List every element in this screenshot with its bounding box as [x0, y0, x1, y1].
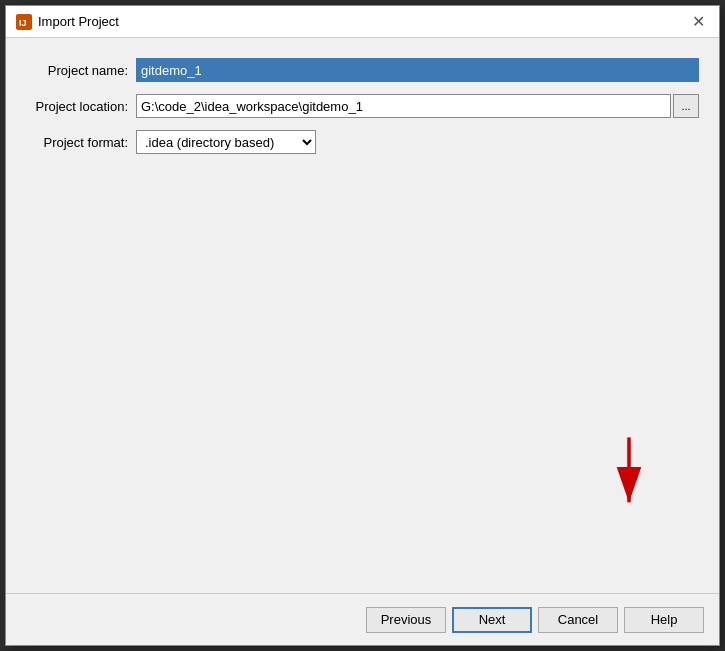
cancel-button[interactable]: Cancel	[538, 607, 618, 633]
import-project-dialog: IJ Import Project ✕ Project name: Projec…	[5, 5, 720, 646]
format-select-wrapper: .idea (directory based) Eclipse (eclipse…	[136, 130, 316, 154]
dialog-content: Project name: Project location: ... Proj…	[6, 38, 719, 593]
next-arrow-icon	[599, 433, 659, 513]
project-name-label: Project name:	[26, 63, 136, 78]
project-format-select[interactable]: .idea (directory based) Eclipse (eclipse…	[136, 130, 316, 154]
svg-text:IJ: IJ	[19, 18, 27, 28]
help-button[interactable]: Help	[624, 607, 704, 633]
project-name-row: Project name:	[26, 58, 699, 82]
next-button[interactable]: Next	[452, 607, 532, 633]
project-location-input[interactable]	[136, 94, 671, 118]
close-button[interactable]: ✕	[688, 12, 709, 32]
project-location-label: Project location:	[26, 99, 136, 114]
location-wrapper: ...	[136, 94, 699, 118]
previous-button[interactable]: Previous	[366, 607, 446, 633]
app-icon: IJ	[16, 14, 32, 30]
title-bar-left: IJ Import Project	[16, 14, 119, 30]
title-bar: IJ Import Project ✕	[6, 6, 719, 38]
project-location-row: Project location: ...	[26, 94, 699, 118]
dialog-footer: Previous Next Cancel Help	[6, 593, 719, 645]
dialog-title: Import Project	[38, 14, 119, 29]
project-format-label: Project format:	[26, 135, 136, 150]
project-name-input[interactable]	[136, 58, 699, 82]
content-spacer	[26, 166, 699, 583]
browse-button[interactable]: ...	[673, 94, 699, 118]
arrow-container	[599, 433, 659, 513]
project-format-row: Project format: .idea (directory based) …	[26, 130, 699, 154]
